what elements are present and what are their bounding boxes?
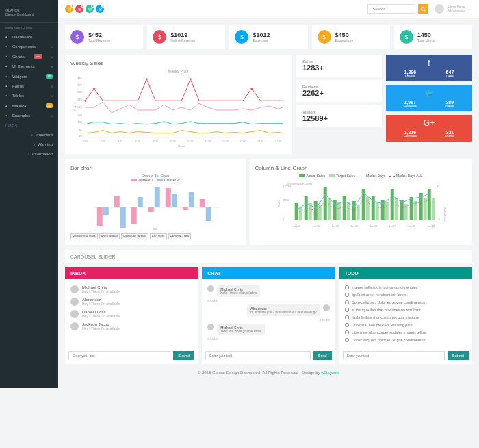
chat-message: Michael ChrisYeah fine, hope you the sam… bbox=[207, 324, 329, 335]
legend: Dataset 1 Dataset 2 bbox=[70, 178, 240, 182]
svg-text:16:00: 16:00 bbox=[222, 140, 229, 143]
svg-text:40: 40 bbox=[79, 135, 82, 138]
todo-checkbox[interactable] bbox=[345, 285, 349, 289]
nav-icon: ▪ bbox=[5, 114, 10, 118]
sidebar: GLANCE Design Dashboard MAIN NAVIGATION … bbox=[0, 0, 58, 388]
nav-label: Information bbox=[32, 152, 53, 156]
nav-icon: ▪ bbox=[5, 44, 10, 49]
nav-label-item[interactable]: ›Information bbox=[0, 149, 58, 159]
nav-item-examples[interactable]: ▪Examples‹ bbox=[0, 111, 58, 120]
nav-item-components[interactable]: ▪Components‹ bbox=[0, 42, 58, 51]
svg-text:Market Days: Market Days bbox=[443, 207, 446, 222]
svg-text:120: 120 bbox=[77, 120, 82, 124]
chat-send-button[interactable]: Send bbox=[313, 351, 332, 360]
svg-rect-76 bbox=[400, 200, 403, 220]
nav-label: Forms bbox=[12, 84, 24, 88]
user-role: Administrator bbox=[447, 9, 465, 12]
chart-action-button[interactable]: Add Data bbox=[150, 233, 167, 239]
inbox-item[interactable]: Jackson JacobHey ! There I'm available bbox=[70, 320, 192, 332]
todo-checkbox[interactable] bbox=[345, 293, 349, 297]
svg-text:Jan 18: Jan 18 bbox=[312, 225, 320, 228]
nav-item-forms[interactable]: ▪Forms‹ bbox=[0, 81, 58, 91]
avatar bbox=[435, 4, 444, 14]
svg-text:320: 320 bbox=[77, 83, 82, 87]
nav-item-tables[interactable]: ▪Tables‹ bbox=[0, 91, 58, 101]
nav-item-dashboard[interactable]: ▪Dashboard bbox=[0, 32, 58, 42]
inbox-item[interactable]: AlexanderHey ! There I'm available bbox=[70, 295, 192, 308]
nav-item-ui-elements[interactable]: ▪UI Elements‹ bbox=[0, 62, 58, 71]
chart-action-button[interactable]: Add Dataset bbox=[99, 233, 120, 239]
nav-section-title: MAIN NAVIGATION bbox=[0, 23, 58, 32]
todo-checkbox[interactable] bbox=[345, 338, 349, 342]
chat-message: AlexanderHi, how are you ? What about ou… bbox=[207, 304, 329, 316]
search-input[interactable]: Search... bbox=[367, 4, 415, 14]
stat-value: $452 bbox=[88, 31, 110, 38]
svg-text:$50M: $50M bbox=[282, 198, 289, 202]
svg-text:22:00: 22:00 bbox=[275, 140, 281, 143]
todo-text: Nulla finibus rhoncus turpis quis tristi… bbox=[352, 315, 420, 319]
nav-item-widgets[interactable]: ▪Widgets30 bbox=[0, 71, 58, 81]
inbox-submit-button[interactable]: Submit bbox=[173, 351, 194, 360]
chart-action-button[interactable]: Remove Dataset bbox=[121, 233, 148, 239]
chart-action-button[interactable]: Remove Data bbox=[168, 233, 192, 239]
chat-input[interactable] bbox=[205, 351, 310, 360]
todo-checkbox[interactable] bbox=[345, 323, 349, 327]
nav-icon: ▪ bbox=[5, 55, 10, 59]
inbox-msg: Hey ! There I'm available bbox=[82, 289, 120, 293]
svg-point-16 bbox=[250, 88, 253, 90]
inbox-input[interactable] bbox=[68, 351, 170, 360]
user-menu[interactable]: Admin Name Administrator ⌄ bbox=[435, 4, 472, 14]
svg-text:80: 80 bbox=[79, 128, 82, 131]
search-button[interactable] bbox=[418, 4, 428, 14]
nav-item-charts[interactable]: ▪Chartsnew‹ bbox=[0, 51, 58, 62]
social-card-tw[interactable]: 🐦1,997Followers389Tweets bbox=[386, 85, 472, 111]
todo-checkbox[interactable] bbox=[345, 300, 349, 304]
stat-card: $1450Total Users bbox=[394, 25, 472, 49]
todo-text: Donec aliquam dolor eu augue condimentum… bbox=[352, 300, 428, 304]
social-icon: G+ bbox=[389, 118, 469, 128]
svg-text:Jan 24: Jan 24 bbox=[370, 225, 377, 228]
svg-text:160: 160 bbox=[77, 113, 82, 116]
chart-action-button[interactable]: Randomize Data bbox=[70, 233, 98, 239]
inbox-item[interactable]: Michael ChrisHey ! There I'm available bbox=[70, 283, 192, 295]
todo-input[interactable] bbox=[343, 351, 445, 360]
chevron-left-icon: ‹ bbox=[51, 94, 53, 98]
svg-rect-40 bbox=[172, 194, 177, 207]
notification-icon[interactable]: ✉8 bbox=[96, 5, 104, 13]
nav-icon: ▪ bbox=[5, 35, 10, 39]
inbox-item[interactable]: Daniel LucasHey ! There I'm available bbox=[70, 308, 192, 320]
stat-value: $450 bbox=[335, 31, 354, 38]
notification-icon[interactable]: ✉5 bbox=[75, 5, 83, 13]
todo-checkbox[interactable] bbox=[345, 330, 349, 334]
todo-submit-button[interactable]: Submit bbox=[448, 351, 469, 360]
social-card-gp[interactable]: G+1,216Followers321shares bbox=[386, 115, 472, 142]
svg-text:35: 35 bbox=[437, 185, 440, 188]
svg-rect-66 bbox=[352, 201, 355, 220]
svg-rect-35 bbox=[131, 207, 137, 224]
todo-item: at tristique ifen that produces no resul… bbox=[345, 306, 467, 313]
svg-text:0:00: 0:00 bbox=[83, 140, 88, 143]
kpi-value: 1283+ bbox=[302, 64, 375, 72]
nav-label: Components bbox=[12, 44, 36, 49]
nav-label-item[interactable]: ›Warning bbox=[0, 140, 58, 149]
svg-rect-60 bbox=[323, 187, 326, 220]
footer-link[interactable]: w3layouts bbox=[321, 371, 339, 375]
svg-rect-37 bbox=[148, 207, 154, 212]
nav-icon: ▪ bbox=[5, 75, 10, 79]
notification-icon[interactable]: ✉3 bbox=[65, 5, 73, 13]
weekly-sales-chart: 4080120160200240280320440 Profit $ 0:002… bbox=[70, 73, 286, 148]
panel-title: Weekly Sales bbox=[70, 60, 286, 66]
nav-item-mailbox[interactable]: ▪Mailbox25 bbox=[0, 101, 58, 111]
nav-label: Widgets bbox=[12, 75, 27, 79]
svg-text:Jan 30: Jan 30 bbox=[427, 225, 435, 228]
svg-text:Jan 16: Jan 16 bbox=[293, 225, 300, 228]
svg-rect-73 bbox=[385, 202, 388, 220]
notification-icon[interactable]: ✉8 bbox=[86, 5, 94, 13]
svg-text:14:00: 14:00 bbox=[205, 140, 211, 143]
todo-checkbox[interactable] bbox=[345, 308, 349, 312]
nav-label-item[interactable]: ›Important bbox=[0, 130, 58, 140]
chevron-left-icon: ‹ bbox=[51, 55, 53, 59]
social-card-fb[interactable]: f1,296Friends647Likes bbox=[386, 55, 472, 81]
todo-checkbox[interactable] bbox=[345, 315, 349, 319]
svg-rect-61 bbox=[327, 198, 331, 220]
